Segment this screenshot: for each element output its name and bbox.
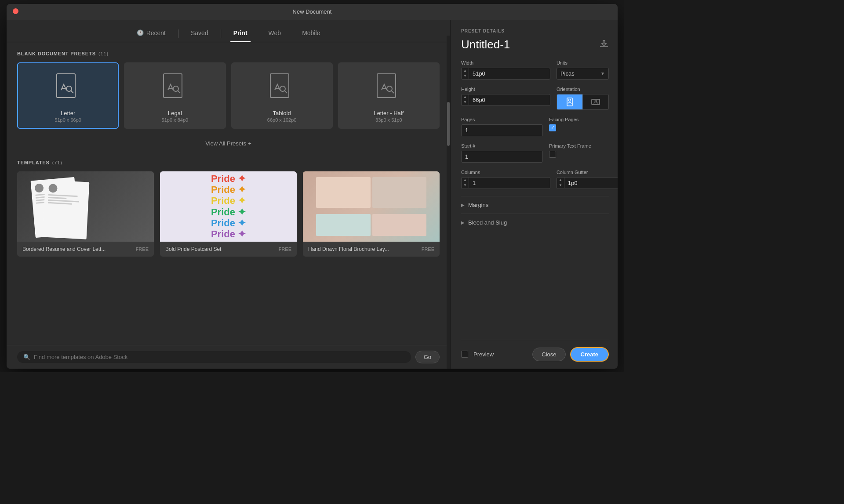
tab-print[interactable]: Print: [223, 26, 258, 42]
save-preset-icon[interactable]: [599, 40, 609, 50]
start-ptf-row: Start # Primary Text Frame: [461, 143, 609, 163]
resume-pages: [31, 177, 140, 236]
height-input[interactable]: [469, 94, 550, 105]
template-pride[interactable]: Pride ✦ Pride ✦ Pride ✦ Pride ✦ Pride ✦ …: [160, 171, 297, 257]
units-value: Picas: [560, 70, 575, 77]
bottom-actions: Preview Close Create: [461, 340, 609, 362]
preset-letter-name: Letter: [61, 110, 75, 116]
close-button[interactable]: Close: [532, 348, 565, 361]
gutter-label: Column Gutter: [557, 170, 618, 175]
bleed-slug-section: ▶ Bleed and Slug: [461, 214, 609, 231]
template-floral[interactable]: Hand Drawn Floral Brochure Lay... FREE: [303, 171, 440, 257]
start-input-wrap: [461, 151, 543, 163]
template-resume-badge: FREE: [136, 247, 149, 252]
preset-letter-icon: [51, 70, 86, 105]
margins-header[interactable]: ▶ Margins: [461, 202, 609, 208]
presets-section-header: BLANK DOCUMENT PRESETS (11): [17, 51, 440, 56]
template-resume-name: Bordered Resume and Cover Lett...: [22, 246, 106, 252]
create-button[interactable]: Create: [570, 347, 609, 362]
go-button[interactable]: Go: [415, 351, 440, 363]
landscape-button[interactable]: [582, 94, 608, 109]
svg-rect-7: [377, 74, 396, 98]
facing-pages-label: Facing Pages: [549, 117, 609, 122]
new-document-dialog: New Document 🕐 Recent Saved Print W: [7, 4, 618, 369]
preset-letter-size: 51p0 x 66p0: [55, 117, 81, 123]
preset-legal-name: Legal: [168, 110, 182, 116]
gutter-down-spinner[interactable]: ▼: [557, 183, 564, 188]
search-bar: 🔍 Go: [7, 345, 450, 369]
landscape-icon: [591, 97, 600, 107]
preset-letter-half[interactable]: Letter - Half 33p0 x 51p0: [338, 62, 440, 129]
bleed-slug-arrow-icon: ▶: [461, 220, 465, 225]
preset-legal[interactable]: Legal 51p0 x 84p0: [124, 62, 226, 129]
resume-line-6: [48, 196, 66, 199]
preview-checkbox[interactable]: [461, 351, 468, 358]
width-input[interactable]: [469, 68, 550, 79]
preset-letter-half-size: 33p0 x 51p0: [375, 117, 402, 123]
portrait-button[interactable]: [557, 94, 582, 109]
preview-wrap: Preview: [461, 351, 494, 358]
window-title: New Document: [293, 8, 332, 15]
ptf-checkbox[interactable]: [549, 151, 556, 158]
tab-mobile[interactable]: Mobile: [291, 26, 331, 42]
scrollbar-thumb[interactable]: [447, 102, 450, 146]
orientation-label: Orientation: [557, 87, 609, 92]
columns-down-spinner[interactable]: ▼: [462, 183, 469, 188]
tab-recent[interactable]: 🕐 Recent: [126, 26, 176, 42]
columns-field-group: Columns ▲ ▼: [461, 170, 550, 189]
width-down-spinner[interactable]: ▼: [462, 73, 469, 79]
template-pride-name: Bold Pride Postcard Set: [165, 246, 221, 252]
facing-pages-checkbox-wrap[interactable]: ✓: [549, 124, 609, 131]
height-up-spinner[interactable]: ▲: [462, 94, 469, 100]
floral-card-3: [316, 214, 371, 236]
preset-tabloid-size: 66p0 x 102p0: [267, 117, 297, 123]
height-field-group: Height ▲ ▼: [461, 87, 550, 106]
ptf-checkbox-wrap[interactable]: [549, 151, 609, 158]
width-units-row: Width ▲ ▼ Units Picas ▼: [461, 60, 609, 80]
preview-label: Preview: [473, 351, 494, 358]
preset-letter[interactable]: Letter 51p0 x 66p0: [17, 62, 119, 129]
columns-label: Columns: [461, 170, 550, 175]
columns-up-spinner[interactable]: ▲: [462, 178, 469, 183]
gutter-input[interactable]: [564, 178, 618, 189]
columns-input[interactable]: [469, 178, 550, 189]
template-resume[interactable]: Bordered Resume and Cover Lett... FREE: [17, 171, 154, 257]
floral-card-1: [316, 177, 371, 208]
svg-rect-5: [270, 74, 289, 98]
width-up-spinner[interactable]: ▲: [462, 68, 469, 73]
bleed-slug-label: Bleed and Slug: [468, 219, 507, 226]
tab-divider: [178, 29, 178, 38]
height-down-spinner[interactable]: ▼: [462, 100, 469, 105]
units-field-group: Units Picas ▼: [557, 60, 609, 80]
title-bar: New Document: [7, 4, 618, 20]
close-traffic-dot[interactable]: [13, 8, 18, 14]
resume-page-front: [43, 180, 90, 239]
main-content: 🕐 Recent Saved Print Web Mobile: [7, 20, 618, 369]
floral-card-2: [372, 177, 427, 208]
template-grid: Bordered Resume and Cover Lett... FREE P…: [17, 171, 440, 257]
tab-web[interactable]: Web: [258, 26, 292, 42]
resume-line-7: [48, 199, 79, 202]
preset-grid: Letter 51p0 x 66p0: [17, 62, 440, 129]
columns-input-wrap: ▲ ▼: [461, 177, 550, 189]
preset-letter-half-name: Letter - Half: [374, 110, 404, 116]
document-name: Untitled-1: [461, 38, 510, 51]
template-floral-info: Hand Drawn Floral Brochure Lay... FREE: [303, 242, 440, 257]
preset-tabloid-name: Tabloid: [273, 110, 291, 116]
start-input[interactable]: [462, 151, 542, 162]
tab-saved[interactable]: Saved: [180, 26, 219, 42]
preset-details-label: PRESET DETAILS: [461, 29, 609, 33]
view-all-presets-button[interactable]: View All Presets +: [200, 138, 257, 149]
gutter-up-spinner[interactable]: ▲: [557, 178, 564, 183]
view-all-row: View All Presets +: [17, 138, 440, 149]
pages-facing-row: Pages Facing Pages ✓: [461, 117, 609, 136]
pages-field-group: Pages: [461, 117, 543, 136]
margins-label: Margins: [468, 202, 488, 208]
template-pride-thumb: Pride ✦ Pride ✦ Pride ✦ Pride ✦ Pride ✦ …: [160, 171, 297, 242]
preset-tabloid[interactable]: Tabloid 66p0 x 102p0: [231, 62, 333, 129]
pages-input[interactable]: [462, 125, 542, 136]
stock-search-input[interactable]: [34, 354, 405, 360]
units-select[interactable]: Picas ▼: [557, 68, 609, 80]
facing-pages-checkbox[interactable]: ✓: [549, 124, 556, 131]
bleed-slug-header[interactable]: ▶ Bleed and Slug: [461, 219, 609, 226]
